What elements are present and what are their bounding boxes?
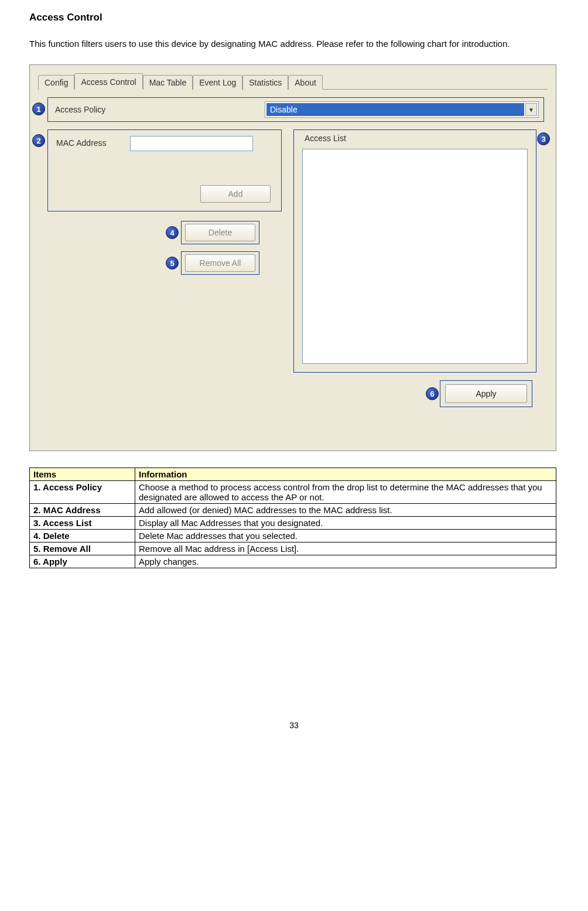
access-policy-label: Access Policy [48,105,265,114]
mac-address-label: MAC Address [56,138,107,148]
cell-info: Apply changes. [135,555,556,568]
table-row: 4. Delete Delete Mac addresses that you … [30,530,556,542]
cell-item: 2. MAC Address [30,504,135,517]
page-title: Access Control [29,12,559,23]
cell-info: Choose a method to process access contro… [135,481,556,504]
table-row: 3. Access List Display all Mac Addresses… [30,517,556,530]
access-policy-value: Disable [266,103,524,116]
access-list-label: Access List [302,134,348,143]
cell-info: Remove all Mac address in [Access List]. [135,542,556,555]
cell-info: Display all Mac Addresses that you desig… [135,517,556,530]
mac-address-group: MAC Address Add [47,129,282,211]
table-row: 6. Apply Apply changes. [30,555,556,568]
access-list-group: Access List [293,129,536,373]
header-items: Items [30,468,135,481]
remove-all-button-frame: Remove All [181,251,259,275]
cell-item: 6. Apply [30,555,135,568]
table-header-row: Items Information [30,468,556,481]
access-policy-row: Access Policy Disable ▼ [47,97,544,122]
table-row: 2. MAC Address Add allowed (or denied) M… [30,504,556,517]
table-row: 1. Access Policy Choose a method to proc… [30,481,556,504]
cell-item: 3. Access List [30,517,135,530]
cell-item: 1. Access Policy [30,481,135,504]
intro-text: This function filters users to use this … [29,35,559,53]
remove-all-button[interactable]: Remove All [185,254,255,272]
access-policy-select[interactable]: Disable ▼ [265,101,539,118]
chevron-down-icon[interactable]: ▼ [525,103,537,116]
callout-marker-1: 1 [32,103,45,115]
tab-event-log[interactable]: Event Log [193,75,242,90]
tab-about[interactable]: About [288,75,323,90]
callout-marker-4: 4 [166,226,179,239]
delete-button-frame: Delete [181,221,259,244]
screenshot: Config Access Control Mac Table Event Lo… [29,64,556,451]
apply-button[interactable]: Apply [445,384,527,403]
tab-mac-table[interactable]: Mac Table [143,75,193,90]
add-button[interactable]: Add [200,185,271,203]
delete-button[interactable]: Delete [185,224,255,241]
cell-info: Delete Mac addresses that you selected. [135,530,556,542]
header-information: Information [135,468,556,481]
access-list-box[interactable] [302,149,528,364]
tab-statistics[interactable]: Statistics [242,75,288,90]
mac-address-input[interactable] [130,136,253,151]
callout-marker-6: 6 [426,387,439,400]
table-row: 5. Remove All Remove all Mac address in … [30,542,556,555]
tab-access-control[interactable]: Access Control [74,73,142,90]
cell-info: Add allowed (or denied) MAC addresses to… [135,504,556,517]
page-number: 33 [29,721,559,730]
tab-config[interactable]: Config [38,75,74,90]
info-table: Items Information 1. Access Policy Choos… [29,468,556,568]
callout-marker-2: 2 [32,134,45,147]
cell-item: 4. Delete [30,530,135,542]
cell-item: 5. Remove All [30,542,135,555]
apply-button-frame: Apply [440,380,532,407]
callout-marker-5: 5 [166,257,179,269]
callout-marker-3: 3 [537,132,550,145]
tab-bar: Config Access Control Mac Table Event Lo… [38,72,548,90]
